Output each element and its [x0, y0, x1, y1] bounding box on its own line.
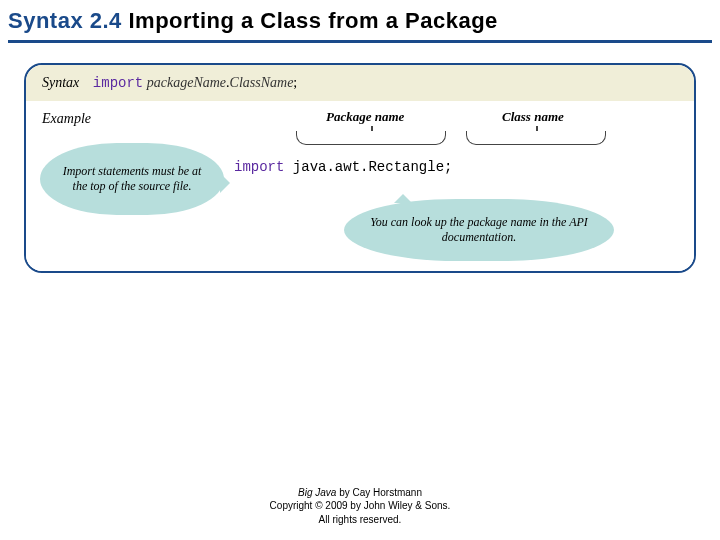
title-underline [8, 40, 712, 43]
brace-package-icon [296, 131, 446, 145]
callout-left: Import statements must be at the top of … [40, 143, 224, 215]
annotation-package: Package name [326, 109, 404, 125]
syntax-row: Syntax import packageName.ClassName; [26, 65, 694, 101]
slide-title: Syntax 2.4 Importing a Class from a Pack… [0, 0, 720, 38]
syntax-label: Syntax [42, 75, 79, 90]
annotation-class: Class name [502, 109, 564, 125]
footer-byline: by Cay Horstmann [336, 487, 422, 498]
footer-book-title: Big Java [298, 487, 336, 498]
code-class: Rectangle [368, 159, 444, 175]
code-terminator: ; [444, 159, 452, 175]
callout-right: You can look up the package name in the … [344, 199, 614, 261]
title-prefix: Syntax 2.4 [8, 8, 122, 33]
syntax-terminator: ; [293, 75, 297, 90]
footer-rights: All rights reserved. [0, 513, 720, 527]
footer-copyright: Copyright © 2009 by John Wiley & Sons. [0, 499, 720, 513]
footer-line1: Big Java by Cay Horstmann [0, 486, 720, 500]
brace-class-icon [466, 131, 606, 145]
syntax-box: Syntax import packageName.ClassName; Exa… [24, 63, 696, 273]
syntax-keyword: import [93, 75, 143, 91]
title-main: Importing a Class from a Package [122, 8, 498, 33]
code-package: java.awt [293, 159, 360, 175]
code-keyword: import [234, 159, 284, 175]
example-area: Example Package name Class name import j… [26, 101, 694, 271]
example-code: import java.awt.Rectangle; [234, 159, 452, 175]
syntax-package-placeholder: packageName [147, 75, 226, 90]
callout-right-text: You can look up the package name in the … [360, 215, 598, 245]
syntax-class-placeholder: ClassName [230, 75, 294, 90]
footer: Big Java by Cay Horstmann Copyright © 20… [0, 486, 720, 527]
callout-left-text: Import statements must be at the top of … [56, 164, 208, 194]
